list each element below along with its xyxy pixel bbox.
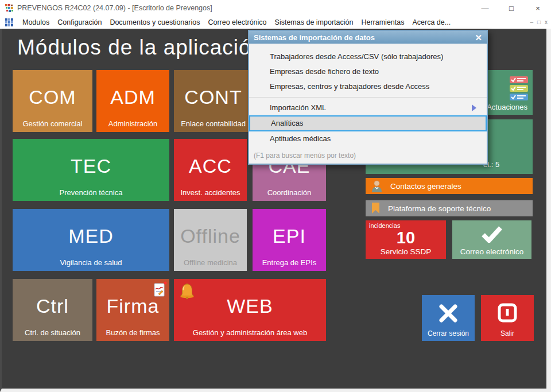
- page-title: Módulos de la aplicación: [17, 36, 263, 60]
- window-title: PREVENGOS R24C02 (24.07.09) - [Escritori…: [17, 4, 212, 12]
- tile-caption: Invest. accidentes: [174, 188, 247, 197]
- bar-label: Contactos generales: [390, 182, 461, 191]
- exit-icon: [481, 302, 534, 323]
- bar-label: Plataforma de soporte técnico: [388, 204, 491, 213]
- menu-item-empresas-centros-access[interactable]: Empresas, centros y trabajadores desde A…: [249, 79, 487, 94]
- menu-item-label: Importación XML: [270, 103, 326, 112]
- tile-caption: Enlace contabilidad: [174, 119, 253, 128]
- tile-caption: Buzón de firmas: [96, 328, 169, 337]
- tile-caption: Servicio SSDP: [366, 247, 446, 256]
- tile-offline[interactable]: Offline Offline medicina: [174, 209, 247, 271]
- tile-caption: Administración: [96, 119, 169, 128]
- tile-correo-electronico[interactable]: Correo electrónico: [452, 220, 531, 259]
- menu-body: Trabajadores desde Access/CSV (sólo trab…: [249, 44, 487, 164]
- tile-code: ACC: [174, 155, 247, 177]
- tile-caption: Ctrl. de situación: [13, 328, 92, 337]
- tile-caption: Cerrar sesión: [422, 329, 475, 337]
- tile-salir[interactable]: Salir: [481, 295, 534, 341]
- tile-caption: Prevención técnica: [13, 188, 169, 197]
- tile-caption: Coordinación: [253, 188, 326, 197]
- tile-code: ADM: [96, 86, 169, 108]
- menu-herramientas[interactable]: Herramientas: [357, 18, 408, 26]
- soporte-tecnico-button[interactable]: Plataforma de soporte técnico: [366, 200, 533, 216]
- menu-bar: Modulos Configuración Documentos y cuest…: [0, 16, 551, 29]
- tile-epi[interactable]: EPI Entrega de EPIs: [253, 209, 326, 271]
- tile-code: MED: [13, 225, 169, 247]
- mdi-close-icon[interactable]: x: [545, 20, 548, 25]
- tile-caption: Gestión comercial: [13, 119, 92, 128]
- contactos-generales-button[interactable]: Contactos generales: [366, 178, 533, 194]
- menu-correo[interactable]: Correo electrónico: [204, 18, 270, 26]
- maximize-icon[interactable]: □: [498, 0, 525, 16]
- tile-adm[interactable]: ADM Administración: [96, 70, 169, 132]
- tile-caption: Entrega de EPIs: [253, 258, 326, 267]
- close-session-x-icon: [422, 302, 475, 324]
- menu-item-empresas-fichero[interactable]: Empresas desde fichero de texto: [249, 64, 487, 79]
- tile-code: WEB: [174, 295, 326, 317]
- tile-firma[interactable]: Firma Buzón de firmas: [96, 279, 169, 341]
- menu-sistemas-importacion[interactable]: Sistemas de importación: [271, 18, 358, 26]
- title-bar: PREVENGOS R24C02 (24.07.09) - [Escritori…: [0, 0, 551, 16]
- menu-close-icon[interactable]: ✕: [475, 33, 482, 42]
- close-icon[interactable]: ×: [525, 0, 551, 16]
- tile-servicio-ssdp[interactable]: incidencias 10 Servicio SSDP: [366, 220, 446, 259]
- checkmark-icon: [452, 226, 531, 243]
- mdi-restore-icon[interactable]: □: [537, 20, 541, 25]
- tile-med[interactable]: MED Vigilancia de salud: [13, 209, 169, 271]
- menu-item-importacion-xml[interactable]: Importación XML: [249, 100, 487, 115]
- tile-code: Ctrl: [13, 295, 92, 317]
- app-logo-icon: [5, 4, 14, 13]
- tile-caption: Gestión y administración área web: [174, 328, 326, 337]
- menu-header: Sistemas de importación de datos ✕: [249, 31, 487, 44]
- menu-modulos[interactable]: Modulos: [18, 18, 53, 26]
- window-controls: — □ ×: [472, 0, 551, 16]
- tile-tec[interactable]: TEC Prevención técnica: [13, 139, 169, 201]
- submenu-arrow-icon: [472, 104, 476, 111]
- tile-code: COM: [13, 86, 92, 108]
- menu-acerca-de[interactable]: Acerca de...: [408, 18, 455, 26]
- menu-title: Sistemas de importación de datos: [254, 33, 475, 42]
- tile-code: Offline: [174, 225, 247, 247]
- tile-code: EPI: [253, 225, 326, 247]
- modules-grid-icon[interactable]: [5, 18, 13, 26]
- minimize-icon[interactable]: —: [472, 0, 498, 16]
- tile-com[interactable]: COM Gestión comercial: [13, 70, 92, 132]
- tile-code: TEC: [13, 155, 169, 177]
- bookmark-icon: [371, 203, 380, 214]
- menu-item-analiticas[interactable]: Analíticas: [249, 115, 487, 131]
- menu-configuracion[interactable]: Configuración: [53, 18, 106, 26]
- tile-code: CONT: [174, 86, 253, 108]
- tile-code: Firma: [96, 295, 169, 317]
- tile-ctrl[interactable]: Ctrl Ctrl. de situación: [13, 279, 92, 341]
- import-systems-menu: Sistemas de importación de datos ✕ Traba…: [248, 30, 488, 165]
- menu-separator: [249, 97, 487, 98]
- tile-caption: Correo electrónico: [452, 247, 531, 256]
- tile-caption: Vigilancia de salud: [13, 258, 169, 267]
- mdi-minimize-icon[interactable]: –: [530, 20, 533, 25]
- menu-item-aptitudes-medicas[interactable]: Aptitudes médicas: [249, 131, 487, 146]
- person-icon: [371, 180, 382, 192]
- menu-documentos[interactable]: Documentos y cuestionarios: [106, 18, 204, 26]
- incidencias-count: 10: [366, 228, 446, 247]
- tile-cont[interactable]: CONT Enlace contabilidad: [174, 70, 253, 132]
- menu-footer-hint: (F1 para buscar menús por texto): [254, 152, 356, 160]
- check-list-icon: [510, 76, 528, 101]
- mdi-window-controls: – □ x: [530, 16, 548, 29]
- tile-cerrar-sesion[interactable]: Cerrar sesión: [422, 295, 475, 341]
- menu-item-trabajadores-access[interactable]: Trabajadores desde Access/CSV (sólo trab…: [249, 49, 487, 64]
- tile-caption: Salir: [481, 329, 534, 337]
- tile-acc[interactable]: ACC Invest. accidentes: [174, 139, 247, 201]
- tile-web[interactable]: WEB Gestión y administración área web: [174, 279, 326, 341]
- tile-caption: Offline medicina: [174, 258, 247, 267]
- app-window: PREVENGOS R24C02 (24.07.09) - [Escritori…: [0, 0, 551, 392]
- tile-caption: Actuaciones: [487, 103, 527, 111]
